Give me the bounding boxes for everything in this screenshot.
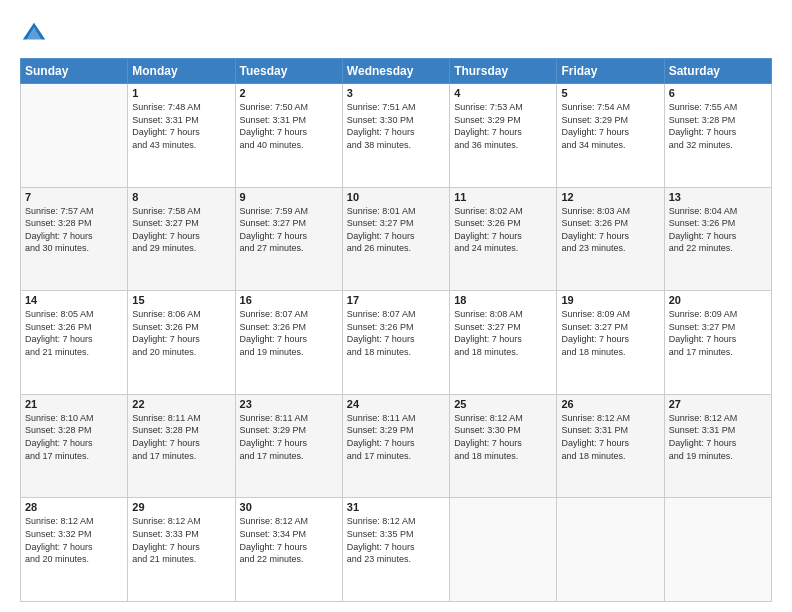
calendar-cell: 9Sunrise: 7:59 AMSunset: 3:27 PMDaylight… [235, 187, 342, 291]
calendar-cell [450, 498, 557, 602]
day-number: 26 [561, 398, 659, 410]
day-number: 28 [25, 501, 123, 513]
day-number: 12 [561, 191, 659, 203]
day-number: 10 [347, 191, 445, 203]
calendar-week-row: 1Sunrise: 7:48 AMSunset: 3:31 PMDaylight… [21, 84, 772, 188]
day-info: Sunrise: 8:08 AMSunset: 3:27 PMDaylight:… [454, 308, 552, 358]
day-number: 31 [347, 501, 445, 513]
day-info: Sunrise: 8:09 AMSunset: 3:27 PMDaylight:… [561, 308, 659, 358]
calendar-cell: 4Sunrise: 7:53 AMSunset: 3:29 PMDaylight… [450, 84, 557, 188]
calendar-cell: 19Sunrise: 8:09 AMSunset: 3:27 PMDayligh… [557, 291, 664, 395]
weekday-header-row: SundayMondayTuesdayWednesdayThursdayFrid… [21, 59, 772, 84]
calendar-week-row: 14Sunrise: 8:05 AMSunset: 3:26 PMDayligh… [21, 291, 772, 395]
day-number: 15 [132, 294, 230, 306]
day-number: 22 [132, 398, 230, 410]
calendar-cell: 31Sunrise: 8:12 AMSunset: 3:35 PMDayligh… [342, 498, 449, 602]
day-number: 18 [454, 294, 552, 306]
day-info: Sunrise: 7:58 AMSunset: 3:27 PMDaylight:… [132, 205, 230, 255]
day-info: Sunrise: 8:09 AMSunset: 3:27 PMDaylight:… [669, 308, 767, 358]
day-info: Sunrise: 8:12 AMSunset: 3:33 PMDaylight:… [132, 515, 230, 565]
page: SundayMondayTuesdayWednesdayThursdayFrid… [0, 0, 792, 612]
calendar-cell: 20Sunrise: 8:09 AMSunset: 3:27 PMDayligh… [664, 291, 771, 395]
day-number: 30 [240, 501, 338, 513]
day-info: Sunrise: 7:54 AMSunset: 3:29 PMDaylight:… [561, 101, 659, 151]
day-info: Sunrise: 8:06 AMSunset: 3:26 PMDaylight:… [132, 308, 230, 358]
day-number: 27 [669, 398, 767, 410]
day-number: 1 [132, 87, 230, 99]
day-info: Sunrise: 8:02 AMSunset: 3:26 PMDaylight:… [454, 205, 552, 255]
calendar-cell: 2Sunrise: 7:50 AMSunset: 3:31 PMDaylight… [235, 84, 342, 188]
day-number: 17 [347, 294, 445, 306]
calendar-cell: 22Sunrise: 8:11 AMSunset: 3:28 PMDayligh… [128, 394, 235, 498]
calendar-cell: 21Sunrise: 8:10 AMSunset: 3:28 PMDayligh… [21, 394, 128, 498]
calendar-cell [664, 498, 771, 602]
weekday-header-sunday: Sunday [21, 59, 128, 84]
day-number: 3 [347, 87, 445, 99]
calendar-cell: 13Sunrise: 8:04 AMSunset: 3:26 PMDayligh… [664, 187, 771, 291]
day-info: Sunrise: 7:51 AMSunset: 3:30 PMDaylight:… [347, 101, 445, 151]
day-info: Sunrise: 8:03 AMSunset: 3:26 PMDaylight:… [561, 205, 659, 255]
day-number: 7 [25, 191, 123, 203]
day-info: Sunrise: 7:57 AMSunset: 3:28 PMDaylight:… [25, 205, 123, 255]
day-number: 19 [561, 294, 659, 306]
weekday-header-thursday: Thursday [450, 59, 557, 84]
calendar-week-row: 21Sunrise: 8:10 AMSunset: 3:28 PMDayligh… [21, 394, 772, 498]
day-info: Sunrise: 8:11 AMSunset: 3:29 PMDaylight:… [240, 412, 338, 462]
calendar-cell: 23Sunrise: 8:11 AMSunset: 3:29 PMDayligh… [235, 394, 342, 498]
calendar-cell: 26Sunrise: 8:12 AMSunset: 3:31 PMDayligh… [557, 394, 664, 498]
calendar-cell: 8Sunrise: 7:58 AMSunset: 3:27 PMDaylight… [128, 187, 235, 291]
weekday-header-friday: Friday [557, 59, 664, 84]
day-info: Sunrise: 8:12 AMSunset: 3:32 PMDaylight:… [25, 515, 123, 565]
day-info: Sunrise: 8:07 AMSunset: 3:26 PMDaylight:… [347, 308, 445, 358]
calendar-cell [557, 498, 664, 602]
calendar-cell: 29Sunrise: 8:12 AMSunset: 3:33 PMDayligh… [128, 498, 235, 602]
day-info: Sunrise: 7:48 AMSunset: 3:31 PMDaylight:… [132, 101, 230, 151]
calendar-cell: 27Sunrise: 8:12 AMSunset: 3:31 PMDayligh… [664, 394, 771, 498]
weekday-header-monday: Monday [128, 59, 235, 84]
day-info: Sunrise: 8:12 AMSunset: 3:34 PMDaylight:… [240, 515, 338, 565]
day-info: Sunrise: 8:04 AMSunset: 3:26 PMDaylight:… [669, 205, 767, 255]
calendar-cell: 24Sunrise: 8:11 AMSunset: 3:29 PMDayligh… [342, 394, 449, 498]
day-info: Sunrise: 8:12 AMSunset: 3:31 PMDaylight:… [669, 412, 767, 462]
day-info: Sunrise: 8:12 AMSunset: 3:35 PMDaylight:… [347, 515, 445, 565]
day-info: Sunrise: 7:50 AMSunset: 3:31 PMDaylight:… [240, 101, 338, 151]
calendar-week-row: 28Sunrise: 8:12 AMSunset: 3:32 PMDayligh… [21, 498, 772, 602]
day-number: 11 [454, 191, 552, 203]
day-info: Sunrise: 8:11 AMSunset: 3:29 PMDaylight:… [347, 412, 445, 462]
day-number: 4 [454, 87, 552, 99]
calendar-cell: 15Sunrise: 8:06 AMSunset: 3:26 PMDayligh… [128, 291, 235, 395]
day-number: 16 [240, 294, 338, 306]
calendar-week-row: 7Sunrise: 7:57 AMSunset: 3:28 PMDaylight… [21, 187, 772, 291]
day-info: Sunrise: 8:10 AMSunset: 3:28 PMDaylight:… [25, 412, 123, 462]
logo-icon [20, 20, 48, 48]
calendar-cell: 14Sunrise: 8:05 AMSunset: 3:26 PMDayligh… [21, 291, 128, 395]
day-info: Sunrise: 8:12 AMSunset: 3:30 PMDaylight:… [454, 412, 552, 462]
day-number: 6 [669, 87, 767, 99]
calendar-cell: 25Sunrise: 8:12 AMSunset: 3:30 PMDayligh… [450, 394, 557, 498]
calendar-cell: 10Sunrise: 8:01 AMSunset: 3:27 PMDayligh… [342, 187, 449, 291]
day-info: Sunrise: 8:05 AMSunset: 3:26 PMDaylight:… [25, 308, 123, 358]
day-info: Sunrise: 8:11 AMSunset: 3:28 PMDaylight:… [132, 412, 230, 462]
day-number: 13 [669, 191, 767, 203]
calendar-cell: 28Sunrise: 8:12 AMSunset: 3:32 PMDayligh… [21, 498, 128, 602]
day-number: 8 [132, 191, 230, 203]
calendar-cell: 5Sunrise: 7:54 AMSunset: 3:29 PMDaylight… [557, 84, 664, 188]
day-info: Sunrise: 8:07 AMSunset: 3:26 PMDaylight:… [240, 308, 338, 358]
calendar-cell: 30Sunrise: 8:12 AMSunset: 3:34 PMDayligh… [235, 498, 342, 602]
day-number: 23 [240, 398, 338, 410]
day-info: Sunrise: 8:01 AMSunset: 3:27 PMDaylight:… [347, 205, 445, 255]
calendar-cell: 16Sunrise: 8:07 AMSunset: 3:26 PMDayligh… [235, 291, 342, 395]
calendar-cell [21, 84, 128, 188]
day-number: 21 [25, 398, 123, 410]
day-info: Sunrise: 7:59 AMSunset: 3:27 PMDaylight:… [240, 205, 338, 255]
weekday-header-saturday: Saturday [664, 59, 771, 84]
day-number: 5 [561, 87, 659, 99]
calendar-table: SundayMondayTuesdayWednesdayThursdayFrid… [20, 58, 772, 602]
day-number: 20 [669, 294, 767, 306]
header [20, 16, 772, 48]
weekday-header-tuesday: Tuesday [235, 59, 342, 84]
calendar-cell: 6Sunrise: 7:55 AMSunset: 3:28 PMDaylight… [664, 84, 771, 188]
day-number: 25 [454, 398, 552, 410]
calendar-cell: 7Sunrise: 7:57 AMSunset: 3:28 PMDaylight… [21, 187, 128, 291]
day-number: 29 [132, 501, 230, 513]
